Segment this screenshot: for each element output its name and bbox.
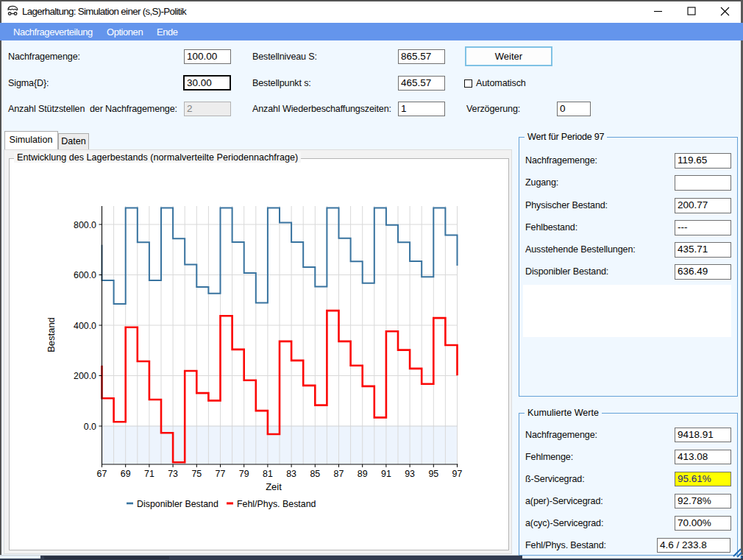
svg-text:69: 69 [121,469,131,479]
svg-text:400.0: 400.0 [74,321,96,331]
svg-text:75: 75 [191,469,202,479]
svg-text:97: 97 [452,469,463,479]
svg-text:91: 91 [381,469,391,479]
svg-text:600.0: 600.0 [74,270,96,280]
svg-text:95: 95 [428,469,438,479]
svg-text:73: 73 [168,469,178,479]
svg-text:93: 93 [405,469,415,479]
svg-text:Disponibler Bestand: Disponibler Bestand [137,499,218,509]
svg-text:77: 77 [216,469,226,479]
svg-text:Fehl/Phys. Bestand: Fehl/Phys. Bestand [237,499,316,509]
svg-text:71: 71 [144,469,154,479]
svg-text:200.0: 200.0 [74,371,96,381]
svg-text:85: 85 [310,469,320,479]
svg-text:Zeit: Zeit [266,481,282,492]
svg-text:Bestand: Bestand [46,317,57,352]
svg-text:83: 83 [286,469,296,479]
svg-text:79: 79 [239,469,249,479]
svg-text:87: 87 [334,469,344,479]
svg-text:0.0: 0.0 [84,422,96,432]
svg-text:67: 67 [97,469,107,479]
svg-text:89: 89 [358,469,368,479]
svg-text:81: 81 [263,469,273,479]
svg-text:800.0: 800.0 [74,220,96,230]
